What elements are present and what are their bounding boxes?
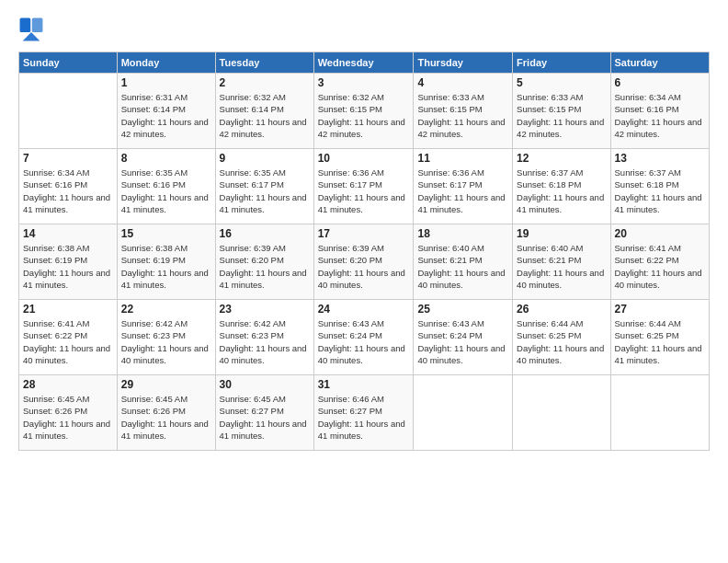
- calendar-cell: 22Sunrise: 6:42 AMSunset: 6:23 PMDayligh…: [117, 300, 215, 375]
- weekday-header-monday: Monday: [117, 52, 215, 74]
- day-number: 10: [318, 152, 410, 165]
- cell-info: Sunrise: 6:40 AMSunset: 6:21 PMDaylight:…: [417, 242, 508, 291]
- cell-info: Sunrise: 6:31 AMSunset: 6:14 PMDaylight:…: [121, 91, 211, 140]
- cell-info: Sunrise: 6:46 AMSunset: 6:27 PMDaylight:…: [318, 393, 410, 442]
- day-number: 6: [615, 76, 705, 89]
- calendar-cell: 4Sunrise: 6:33 AMSunset: 6:15 PMDaylight…: [414, 74, 513, 149]
- calendar-week-3: 14Sunrise: 6:38 AMSunset: 6:19 PMDayligh…: [19, 224, 710, 300]
- calendar-cell: [19, 74, 118, 149]
- calendar-cell: 16Sunrise: 6:39 AMSunset: 6:20 PMDayligh…: [215, 224, 313, 300]
- cell-info: Sunrise: 6:36 AMSunset: 6:17 PMDaylight:…: [318, 167, 410, 215]
- calendar-cell: 3Sunrise: 6:32 AMSunset: 6:15 PMDaylight…: [313, 74, 414, 149]
- day-number: 21: [23, 303, 113, 316]
- day-number: 14: [23, 227, 113, 240]
- calendar-cell: 8Sunrise: 6:35 AMSunset: 6:16 PMDaylight…: [117, 149, 215, 224]
- day-number: 28: [23, 378, 113, 391]
- cell-info: Sunrise: 6:33 AMSunset: 6:15 PMDaylight:…: [417, 91, 508, 140]
- cell-info: Sunrise: 6:40 AMSunset: 6:21 PMDaylight:…: [517, 242, 606, 291]
- cell-info: Sunrise: 6:44 AMSunset: 6:25 PMDaylight:…: [615, 317, 705, 366]
- cell-info: Sunrise: 6:33 AMSunset: 6:15 PMDaylight:…: [517, 91, 606, 140]
- calendar-cell: 19Sunrise: 6:40 AMSunset: 6:21 PMDayligh…: [513, 224, 610, 300]
- cell-info: Sunrise: 6:42 AMSunset: 6:23 PMDaylight:…: [220, 317, 310, 366]
- calendar-cell: 24Sunrise: 6:43 AMSunset: 6:24 PMDayligh…: [313, 300, 414, 375]
- calendar-cell: 26Sunrise: 6:44 AMSunset: 6:25 PMDayligh…: [513, 300, 610, 375]
- svg-rect-0: [20, 18, 31, 33]
- calendar-cell: 1Sunrise: 6:31 AMSunset: 6:14 PMDaylight…: [117, 74, 215, 149]
- day-number: 7: [23, 152, 113, 165]
- day-number: 15: [121, 227, 211, 240]
- header: [18, 17, 710, 42]
- calendar-cell: 11Sunrise: 6:36 AMSunset: 6:17 PMDayligh…: [414, 149, 513, 224]
- calendar-cell: 15Sunrise: 6:38 AMSunset: 6:19 PMDayligh…: [117, 224, 215, 300]
- weekday-header-friday: Friday: [513, 52, 610, 74]
- calendar-cell: 13Sunrise: 6:37 AMSunset: 6:18 PMDayligh…: [610, 149, 709, 224]
- calendar-page: SundayMondayTuesdayWednesdayThursdayFrid…: [0, 0, 728, 563]
- day-number: 25: [417, 303, 508, 316]
- cell-info: Sunrise: 6:38 AMSunset: 6:19 PMDaylight:…: [23, 242, 113, 291]
- day-number: 3: [318, 76, 410, 89]
- calendar-cell: 21Sunrise: 6:41 AMSunset: 6:22 PMDayligh…: [19, 300, 118, 375]
- day-number: 5: [517, 76, 606, 89]
- day-number: 24: [318, 303, 410, 316]
- day-number: 17: [318, 227, 410, 240]
- calendar-cell: 27Sunrise: 6:44 AMSunset: 6:25 PMDayligh…: [610, 300, 709, 375]
- calendar-cell: 28Sunrise: 6:45 AMSunset: 6:26 PMDayligh…: [19, 375, 118, 451]
- day-number: 26: [517, 303, 606, 316]
- cell-info: Sunrise: 6:35 AMSunset: 6:16 PMDaylight:…: [121, 167, 211, 215]
- day-number: 2: [220, 76, 310, 89]
- cell-info: Sunrise: 6:36 AMSunset: 6:17 PMDaylight:…: [417, 167, 508, 215]
- calendar-cell: 31Sunrise: 6:46 AMSunset: 6:27 PMDayligh…: [313, 375, 414, 451]
- day-number: 23: [220, 303, 310, 316]
- calendar-cell: 23Sunrise: 6:42 AMSunset: 6:23 PMDayligh…: [215, 300, 313, 375]
- day-number: 8: [121, 152, 211, 165]
- calendar-cell: 6Sunrise: 6:34 AMSunset: 6:16 PMDaylight…: [610, 74, 709, 149]
- day-number: 13: [615, 152, 705, 165]
- day-number: 4: [417, 76, 508, 89]
- day-number: 20: [615, 227, 705, 240]
- day-number: 31: [318, 378, 410, 391]
- calendar-cell: [610, 375, 709, 451]
- calendar-cell: [414, 375, 513, 451]
- calendar-cell: 2Sunrise: 6:32 AMSunset: 6:14 PMDaylight…: [215, 74, 313, 149]
- day-number: 1: [121, 76, 211, 89]
- cell-info: Sunrise: 6:41 AMSunset: 6:22 PMDaylight:…: [615, 242, 705, 291]
- cell-info: Sunrise: 6:43 AMSunset: 6:24 PMDaylight:…: [318, 317, 410, 366]
- cell-info: Sunrise: 6:42 AMSunset: 6:23 PMDaylight:…: [121, 317, 211, 366]
- weekday-header-sunday: Sunday: [19, 52, 118, 74]
- svg-marker-2: [23, 32, 40, 40]
- cell-info: Sunrise: 6:45 AMSunset: 6:26 PMDaylight:…: [121, 393, 211, 442]
- day-number: 19: [517, 227, 606, 240]
- logo: [18, 17, 46, 42]
- calendar-cell: 5Sunrise: 6:33 AMSunset: 6:15 PMDaylight…: [513, 74, 610, 149]
- calendar-cell: 9Sunrise: 6:35 AMSunset: 6:17 PMDaylight…: [215, 149, 313, 224]
- day-number: 16: [220, 227, 310, 240]
- day-number: 30: [220, 378, 310, 391]
- day-number: 27: [615, 303, 705, 316]
- cell-info: Sunrise: 6:34 AMSunset: 6:16 PMDaylight:…: [23, 167, 113, 215]
- calendar-cell: 10Sunrise: 6:36 AMSunset: 6:17 PMDayligh…: [313, 149, 414, 224]
- cell-info: Sunrise: 6:32 AMSunset: 6:15 PMDaylight:…: [318, 91, 410, 140]
- cell-info: Sunrise: 6:37 AMSunset: 6:18 PMDaylight:…: [615, 167, 705, 215]
- cell-info: Sunrise: 6:43 AMSunset: 6:24 PMDaylight:…: [417, 317, 508, 366]
- calendar-cell: 12Sunrise: 6:37 AMSunset: 6:18 PMDayligh…: [513, 149, 610, 224]
- logo-icon: [18, 17, 44, 42]
- cell-info: Sunrise: 6:39 AMSunset: 6:20 PMDaylight:…: [220, 242, 310, 291]
- calendar-table: SundayMondayTuesdayWednesdayThursdayFrid…: [18, 52, 710, 451]
- weekday-header-thursday: Thursday: [414, 52, 513, 74]
- cell-info: Sunrise: 6:44 AMSunset: 6:25 PMDaylight:…: [517, 317, 606, 366]
- calendar-cell: 14Sunrise: 6:38 AMSunset: 6:19 PMDayligh…: [19, 224, 118, 300]
- day-number: 9: [220, 152, 310, 165]
- calendar-cell: 29Sunrise: 6:45 AMSunset: 6:26 PMDayligh…: [117, 375, 215, 451]
- cell-info: Sunrise: 6:34 AMSunset: 6:16 PMDaylight:…: [615, 91, 705, 140]
- calendar-cell: 18Sunrise: 6:40 AMSunset: 6:21 PMDayligh…: [414, 224, 513, 300]
- calendar-cell: 25Sunrise: 6:43 AMSunset: 6:24 PMDayligh…: [414, 300, 513, 375]
- calendar-week-1: 1Sunrise: 6:31 AMSunset: 6:14 PMDaylight…: [19, 74, 710, 149]
- calendar-week-5: 28Sunrise: 6:45 AMSunset: 6:26 PMDayligh…: [19, 375, 710, 451]
- calendar-week-2: 7Sunrise: 6:34 AMSunset: 6:16 PMDaylight…: [19, 149, 710, 224]
- weekday-header-saturday: Saturday: [610, 52, 709, 74]
- calendar-cell: [513, 375, 610, 451]
- cell-info: Sunrise: 6:38 AMSunset: 6:19 PMDaylight:…: [121, 242, 211, 291]
- day-number: 12: [517, 152, 606, 165]
- calendar-cell: 20Sunrise: 6:41 AMSunset: 6:22 PMDayligh…: [610, 224, 709, 300]
- cell-info: Sunrise: 6:41 AMSunset: 6:22 PMDaylight:…: [23, 317, 113, 366]
